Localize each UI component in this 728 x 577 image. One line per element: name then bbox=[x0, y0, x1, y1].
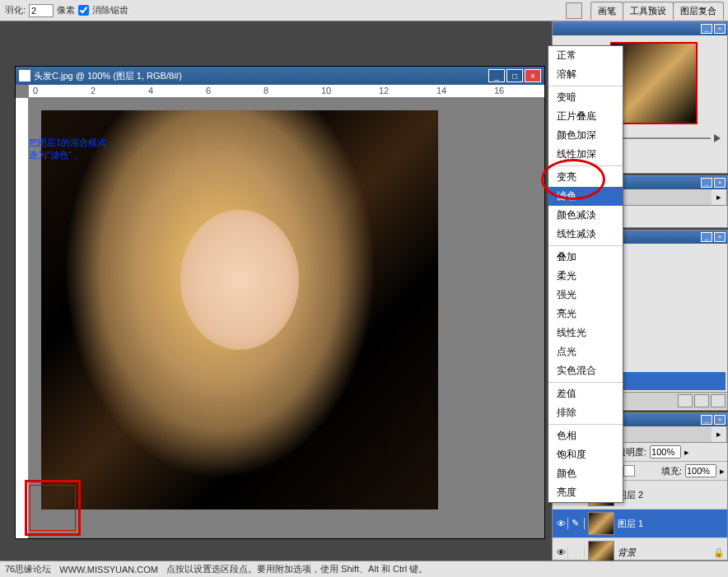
blend-darken[interactable]: 变暗 bbox=[548, 88, 623, 107]
watermark-stamp bbox=[25, 480, 81, 536]
blend-dissolve[interactable]: 溶解 bbox=[548, 65, 623, 84]
fill-input[interactable] bbox=[685, 464, 716, 477]
tab-brushes[interactable]: 画笔 bbox=[590, 2, 623, 20]
minimize-button[interactable]: _ bbox=[488, 69, 505, 82]
ruler-vertical bbox=[16, 98, 29, 538]
doc-title: 头发C.jpg @ 100% (图层 1, RGB/8#) bbox=[34, 70, 488, 82]
blend-hardlight[interactable]: 强光 bbox=[548, 286, 623, 305]
document-image bbox=[41, 110, 438, 510]
panel-close-icon[interactable]: × bbox=[714, 178, 726, 188]
link-icon[interactable] bbox=[572, 547, 585, 558]
ruler-horizontal: 0 2 4 6 8 10 12 14 16 bbox=[29, 85, 544, 98]
close-button[interactable]: × bbox=[525, 69, 541, 82]
status-url: WWW.MISSYUAN.COM bbox=[59, 565, 158, 575]
tab-layer-comps[interactable]: 图层复合 bbox=[673, 2, 724, 20]
tab-tool-presets[interactable]: 工具预设 bbox=[623, 2, 674, 20]
antialias-checkbox[interactable] bbox=[78, 5, 89, 16]
status-bar: 76思缘论坛 WWW.MISSYUAN.COM 点按以设置选区段点。要用附加选项… bbox=[0, 561, 728, 577]
status-tip: 点按以设置选区段点。要用附加选项，使用 Shift、Alt 和 Ctrl 键。 bbox=[166, 563, 427, 575]
blend-saturation[interactable]: 饱和度 bbox=[548, 445, 623, 464]
blend-multiply[interactable]: 正片叠底 bbox=[548, 107, 623, 126]
blend-color[interactable]: 颜色 bbox=[548, 464, 623, 483]
panel-min-icon[interactable]: _ bbox=[701, 232, 712, 242]
panel-close-icon[interactable]: × bbox=[714, 232, 726, 242]
blend-screen[interactable]: 滤色 bbox=[548, 187, 623, 206]
feather-input[interactable] bbox=[29, 4, 54, 17]
print-icon[interactable] bbox=[566, 2, 582, 19]
panel-min-icon[interactable]: _ bbox=[701, 178, 712, 188]
blend-linearburn[interactable]: 线性加深 bbox=[548, 145, 623, 164]
blend-hue[interactable]: 色相 bbox=[548, 426, 623, 445]
panel-menu-icon[interactable]: ▸ bbox=[712, 189, 727, 205]
blend-pinlight[interactable]: 点光 bbox=[548, 342, 623, 361]
feather-label: 羽化: bbox=[5, 4, 26, 16]
panel-min-icon[interactable]: _ bbox=[701, 24, 712, 34]
blend-difference[interactable]: 差值 bbox=[548, 384, 623, 403]
eye-icon[interactable]: 👁 bbox=[555, 547, 568, 558]
panel-close-icon[interactable]: × bbox=[714, 415, 726, 425]
layer-name[interactable]: 背景 bbox=[618, 547, 710, 559]
new-doc-button[interactable] bbox=[694, 394, 709, 407]
canvas-area[interactable] bbox=[29, 98, 544, 538]
blend-colordodge[interactable]: 颜色减淡 bbox=[548, 206, 623, 225]
blend-overlay[interactable]: 叠加 bbox=[548, 248, 623, 267]
blend-lighten[interactable]: 变亮 bbox=[548, 168, 623, 187]
maximize-button[interactable]: □ bbox=[506, 69, 523, 82]
palette-well: 画笔 工具预设 图层复合 bbox=[590, 2, 723, 20]
layer-name[interactable]: 图层 2 bbox=[618, 489, 725, 501]
options-bar: 羽化: 像素 消除锯齿 画笔 工具预设 图层复合 bbox=[0, 0, 728, 21]
blend-exclusion[interactable]: 排除 bbox=[548, 403, 623, 422]
panel-min-icon[interactable]: _ bbox=[701, 415, 712, 425]
annotation-text: 把图层1的混合模式 选为"滤色"， bbox=[29, 137, 106, 162]
blend-lineardodge[interactable]: 线性减淡 bbox=[548, 225, 623, 244]
antialias-label: 消除锯齿 bbox=[92, 4, 128, 16]
chevron-icon[interactable]: ▸ bbox=[684, 447, 689, 458]
blend-normal[interactable]: 正常 bbox=[548, 46, 623, 65]
doc-titlebar[interactable]: 头发C.jpg @ 100% (图层 1, RGB/8#) _ □ × bbox=[16, 67, 544, 85]
blend-vividlight[interactable]: 亮光 bbox=[548, 305, 623, 323]
blend-colorburn[interactable]: 颜色加深 bbox=[548, 126, 623, 145]
blend-luminosity[interactable]: 亮度 bbox=[548, 483, 623, 502]
feather-unit: 像素 bbox=[57, 4, 75, 16]
blend-softlight[interactable]: 柔光 bbox=[548, 267, 623, 286]
panel-menu-icon[interactable]: ▸ bbox=[712, 426, 727, 442]
blend-linearlight[interactable]: 线性光 bbox=[548, 323, 623, 342]
link-icon[interactable]: ✎ bbox=[572, 518, 585, 529]
zoom-in-icon[interactable] bbox=[714, 134, 721, 142]
workspace: 头发C.jpg @ 100% (图层 1, RGB/8#) _ □ × 0 2 … bbox=[0, 21, 552, 561]
status-left: 76思缘论坛 bbox=[5, 563, 51, 575]
new-snapshot-button[interactable] bbox=[678, 394, 693, 407]
trash-icon[interactable] bbox=[711, 394, 726, 407]
panel-close-icon[interactable]: × bbox=[714, 24, 726, 34]
blend-mode-menu[interactable]: 正常 溶解 变暗 正片叠底 颜色加深 线性加深 变亮 滤色 颜色减淡 线性减淡 … bbox=[548, 45, 623, 503]
eye-icon[interactable]: 👁 bbox=[555, 518, 568, 529]
lock-icon: 🔒 bbox=[713, 547, 725, 558]
layer-thumbnail[interactable] bbox=[588, 512, 614, 535]
blend-hardmix[interactable]: 实色混合 bbox=[548, 361, 623, 380]
opacity-input[interactable] bbox=[650, 445, 681, 458]
layer-name[interactable]: 图层 1 bbox=[618, 518, 725, 530]
layer-row[interactable]: 👁✎ 图层 1 bbox=[553, 510, 727, 538]
fill-label: 填充: bbox=[661, 465, 682, 477]
chevron-icon[interactable]: ▸ bbox=[720, 466, 725, 477]
doc-icon bbox=[19, 70, 30, 81]
panel-titlebar[interactable]: _ × bbox=[553, 22, 727, 35]
lock-all-icon[interactable] bbox=[623, 465, 635, 477]
